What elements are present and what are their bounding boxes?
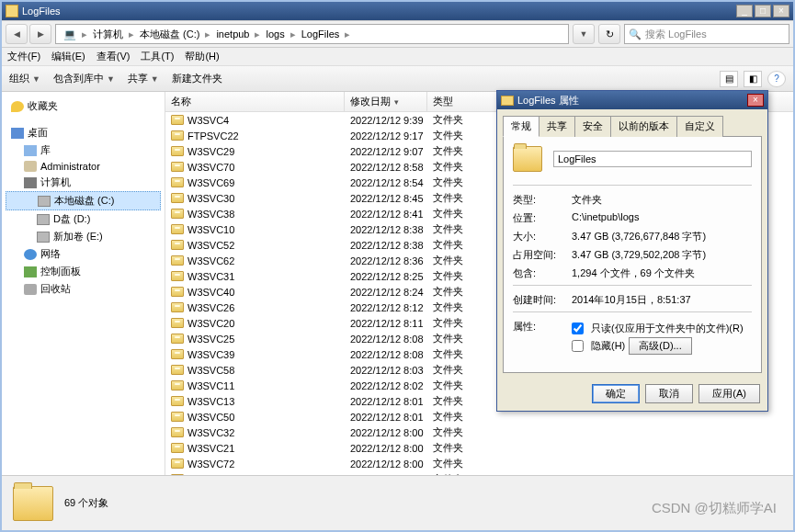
view-mode-button[interactable]: ▤ — [720, 71, 738, 87]
file-name: W3SVC29 — [187, 146, 234, 157]
file-type: 文件夹 — [427, 441, 501, 455]
folder-name-input[interactable] — [553, 151, 752, 167]
value-type: 文件夹 — [572, 193, 752, 207]
titlebar[interactable]: LogFiles _ □ × — [2, 2, 793, 20]
folder-icon — [171, 209, 184, 219]
file-date: 2022/12/12 8:36 — [345, 255, 427, 266]
refresh-button[interactable]: ↻ — [598, 24, 620, 44]
breadcrumb-item[interactable]: LogFiles — [298, 28, 344, 40]
minimize-button[interactable]: _ — [736, 5, 753, 17]
computer-icon[interactable]: 💻 — [60, 28, 80, 40]
file-name: W3SVC50 — [187, 412, 234, 423]
tab-4[interactable]: 自定义 — [676, 116, 723, 137]
file-row[interactable]: W3SVC72 2022/12/12 8:00 文件夹 — [165, 456, 793, 471]
folder-icon — [171, 334, 184, 344]
file-type: 文件夹 — [427, 316, 501, 330]
file-type: 文件夹 — [427, 300, 501, 314]
file-name: W3SVC32 — [187, 427, 234, 438]
breadcrumb-item[interactable]: 计算机 — [89, 28, 127, 41]
readonly-checkbox[interactable] — [572, 323, 584, 334]
file-name: W3SVC20 — [187, 318, 234, 329]
breadcrumb-item[interactable]: 本地磁盘 (C:) — [136, 28, 203, 41]
tree-node[interactable]: 收藏夹 — [6, 97, 161, 115]
menu-item[interactable]: 文件(F) — [7, 50, 40, 63]
folder-icon — [171, 365, 184, 375]
ti-disk-icon — [37, 214, 50, 225]
file-name: W3SVC72 — [187, 458, 234, 470]
file-name: W3SVC69 — [187, 177, 234, 188]
tab-1[interactable]: 共享 — [539, 116, 575, 137]
file-type: 文件夹 — [427, 175, 501, 189]
tree-label: 桌面 — [28, 126, 48, 140]
breadcrumb[interactable]: 💻▸计算机▸本地磁盘 (C:)▸inetpub▸logs▸LogFiles▸ — [55, 24, 569, 44]
file-date: 2022/12/12 8:45 — [345, 193, 427, 204]
tree-node[interactable]: Administrator — [6, 159, 161, 174]
file-row[interactable]: W3SVC32 2022/12/12 8:00 文件夹 — [165, 424, 793, 440]
file-name: W3SVC39 — [187, 349, 234, 360]
file-date: 2022/12/12 8:08 — [345, 349, 427, 360]
menu-item[interactable]: 查看(V) — [97, 50, 131, 63]
tree-node[interactable]: 网络 — [6, 245, 161, 263]
tree-label: Administrator — [40, 161, 100, 172]
tab-0[interactable]: 常规 — [503, 116, 539, 137]
tree-label: 网络 — [40, 247, 61, 261]
forward-button[interactable]: ▶ — [29, 24, 51, 44]
file-date: 2022/12/12 8:01 — [345, 396, 427, 407]
tree-node[interactable]: 新加卷 (E:) — [6, 228, 161, 245]
maximize-button[interactable]: □ — [755, 5, 771, 17]
search-input[interactable]: 🔍搜索 LogFiles — [624, 24, 789, 44]
new-folder-button[interactable]: 新建文件夹 — [172, 72, 222, 85]
breadcrumb-item[interactable]: inetpub — [212, 28, 253, 40]
file-type: 文件夹 — [427, 222, 501, 236]
folder-icon — [6, 5, 18, 17]
breadcrumb-dropdown[interactable]: ▼ — [573, 24, 595, 44]
col-type[interactable]: 类型 — [427, 92, 501, 111]
help-button[interactable]: ? — [767, 71, 786, 87]
breadcrumb-item[interactable]: logs — [262, 28, 288, 40]
tree-label: D盘 (D:) — [53, 212, 90, 226]
organize-button[interactable]: 组织 ▼ — [9, 72, 40, 85]
ok-button[interactable]: 确定 — [592, 384, 640, 403]
file-row[interactable]: W3SVC21 2022/12/12 8:00 文件夹 — [165, 440, 793, 456]
menu-item[interactable]: 工具(T) — [141, 50, 174, 63]
cancel-button[interactable]: 取消 — [645, 384, 693, 403]
hidden-checkbox[interactable] — [572, 340, 584, 352]
file-date: 2022/12/12 8:00 — [345, 443, 427, 454]
advanced-button[interactable]: 高级(D)... — [629, 337, 691, 355]
tab-2[interactable]: 安全 — [574, 116, 611, 137]
menu-item[interactable]: 编辑(E) — [51, 50, 85, 63]
tree-node[interactable]: 库 — [6, 141, 161, 159]
tree-node[interactable]: D盘 (D:) — [6, 210, 161, 228]
tree-node[interactable]: 本地磁盘 (C:) — [6, 191, 161, 210]
file-name: W3SVC26 — [187, 302, 234, 313]
folder-icon — [171, 255, 184, 266]
file-name: W3SVC10 — [187, 224, 234, 235]
tree-node[interactable]: 控制面板 — [6, 263, 161, 280]
close-button[interactable]: × — [773, 5, 789, 17]
folder-icon — [171, 224, 184, 234]
tree-label: 回收站 — [40, 282, 71, 296]
file-type: 文件夹 — [427, 191, 501, 205]
preview-pane-button[interactable]: ◧ — [744, 71, 762, 87]
back-button[interactable]: ◀ — [6, 24, 28, 44]
address-bar: ◀ ▶ 💻▸计算机▸本地磁盘 (C:)▸inetpub▸logs▸LogFile… — [2, 20, 793, 48]
dialog-titlebar[interactable]: LogFiles 属性 × — [497, 91, 767, 109]
folder-icon — [13, 486, 53, 521]
col-name[interactable]: 名称 — [165, 92, 345, 111]
dialog-close-button[interactable]: × — [747, 94, 764, 107]
share-button[interactable]: 共享 ▼ — [128, 72, 159, 85]
menu-item[interactable]: 帮助(H) — [185, 50, 219, 63]
tree-node[interactable]: 桌面 — [6, 124, 161, 141]
file-date: 2022/12/12 8:03 — [345, 365, 427, 376]
label-type: 类型: — [513, 193, 572, 207]
apply-button[interactable]: 应用(A) — [698, 384, 760, 403]
col-date[interactable]: 修改日期 ▾ — [345, 92, 427, 111]
hidden-label: 隐藏(H) — [591, 339, 625, 353]
value-location: C:\inetpub\logs — [572, 211, 752, 225]
include-in-library-button[interactable]: 包含到库中 ▼ — [53, 72, 115, 85]
file-type: 文件夹 — [427, 457, 501, 470]
ti-disk-icon — [37, 232, 50, 243]
tree-node[interactable]: 计算机 — [6, 174, 161, 191]
tree-node[interactable]: 回收站 — [6, 280, 161, 298]
tab-3[interactable]: 以前的版本 — [610, 116, 677, 137]
